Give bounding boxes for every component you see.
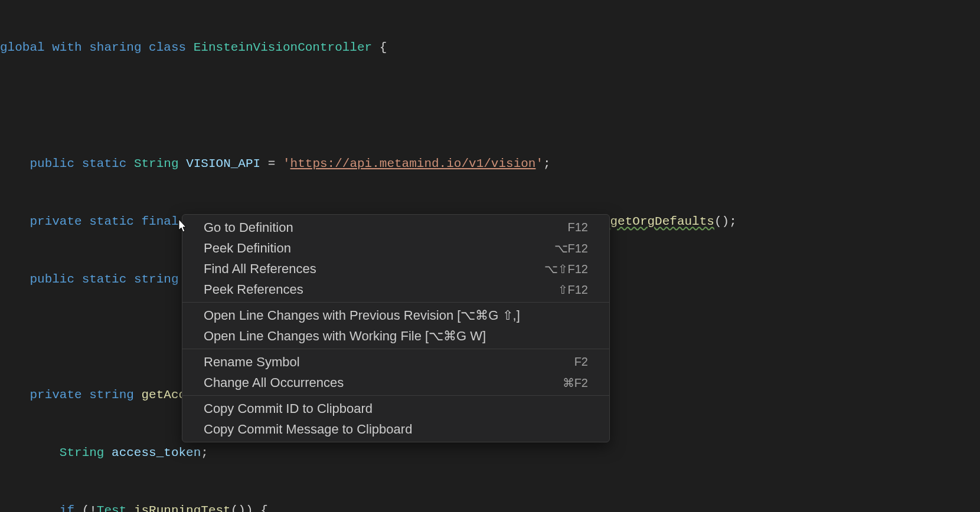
menu-item-label: Open Line Changes with Previous Revision… — [204, 308, 520, 323]
menu-item-shortcut: F12 — [568, 221, 588, 234]
menu-item-open-line-changes-working[interactable]: Open Line Changes with Working File [⌥⌘G… — [182, 326, 609, 346]
menu-item-copy-commit-id[interactable]: Copy Commit ID to Clipboard — [182, 398, 609, 419]
menu-item-label: Peek References — [204, 282, 303, 297]
menu-item-label: Go to Definition — [204, 220, 293, 235]
menu-item-shortcut: F2 — [574, 355, 588, 369]
menu-item-copy-commit-message[interactable]: Copy Commit Message to Clipboard — [182, 419, 609, 439]
menu-item-label: Rename Symbol — [204, 355, 300, 370]
menu-separator — [182, 302, 609, 303]
menu-item-label: Peek Definition — [204, 241, 291, 256]
code-line[interactable]: global with sharing class EinsteinVision… — [0, 38, 980, 58]
menu-item-open-line-changes-previous[interactable]: Open Line Changes with Previous Revision… — [182, 305, 609, 326]
context-menu: Go to Definition F12 Peek Definition ⌥F1… — [182, 214, 610, 442]
menu-item-rename-symbol[interactable]: Rename Symbol F2 — [182, 352, 609, 372]
menu-separator — [182, 349, 609, 349]
menu-item-shortcut: ⌥F12 — [554, 241, 588, 255]
menu-separator — [182, 395, 609, 396]
code-line[interactable] — [0, 96, 980, 116]
menu-item-peek-references[interactable]: Peek References ⇧F12 — [182, 279, 609, 300]
code-line[interactable]: String access_token; — [0, 444, 980, 463]
menu-item-label: Copy Commit ID to Clipboard — [204, 401, 373, 416]
menu-item-shortcut: ⌘F2 — [563, 376, 588, 390]
menu-item-find-all-references[interactable]: Find All References ⌥⇧F12 — [182, 258, 609, 279]
code-line[interactable]: public static String VISION_API = 'https… — [0, 154, 980, 173]
menu-item-label: Open Line Changes with Working File [⌥⌘G… — [204, 329, 486, 344]
menu-item-label: Find All References — [204, 261, 316, 277]
menu-item-shortcut: ⇧F12 — [558, 283, 588, 297]
menu-item-change-all-occurrences[interactable]: Change All Occurrences ⌘F2 — [182, 372, 609, 393]
menu-item-label: Copy Commit Message to Clipboard — [204, 422, 412, 437]
menu-item-shortcut: ⌥⇧F12 — [544, 262, 588, 276]
code-line[interactable]: if (!Test.isRunningTest()) { — [0, 501, 980, 512]
menu-item-label: Change All Occurrences — [204, 375, 344, 390]
menu-item-peek-definition[interactable]: Peek Definition ⌥F12 — [182, 238, 609, 258]
menu-item-go-to-definition[interactable]: Go to Definition F12 — [182, 217, 609, 238]
